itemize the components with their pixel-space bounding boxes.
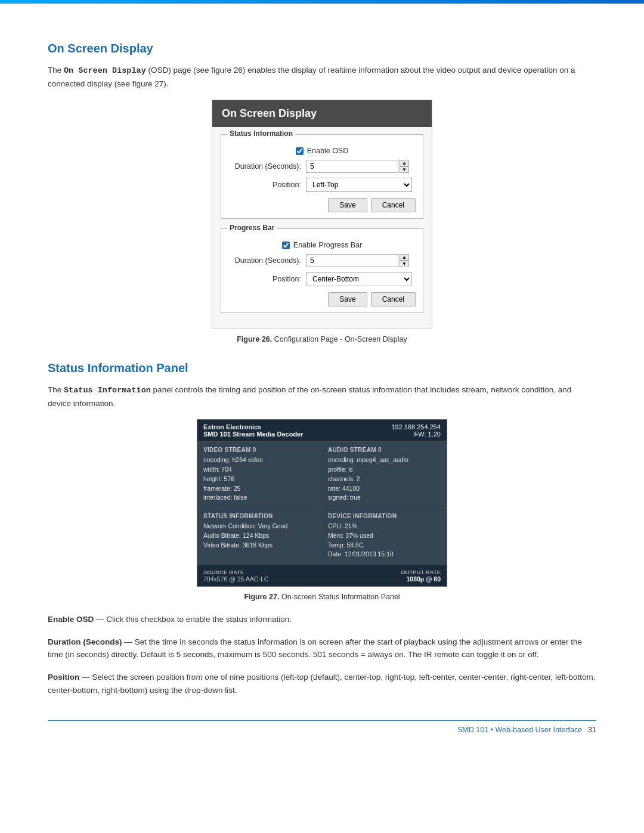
figure27-caption: Figure 27. On-screen Status Information …: [48, 593, 596, 601]
status-display-header: Extron Electronics SMD 101 Stream Media …: [197, 420, 447, 442]
duration-label: Duration (Seconds):: [228, 162, 306, 171]
enable-osd-text: Click this checkbox to enable the status…: [106, 615, 292, 624]
enable-osd-term: Enable OSD: [48, 615, 94, 624]
mono-status: Status Information: [64, 386, 151, 395]
progress-duration-spinner: ▲ ▼: [400, 254, 409, 267]
progress-duration-up-arrow[interactable]: ▲: [400, 254, 409, 261]
progress-position-select[interactable]: Left-Top Center-Top Right-Top Left-Cente…: [306, 272, 412, 286]
source-rate-block: SOURCE RATE 704x576 @ 25 AAC-LC: [203, 569, 268, 583]
output-rate-value: 1080p @ 60: [401, 575, 441, 583]
progress-position-row: Position: Left-Top Center-Top Right-Top …: [228, 272, 416, 286]
enable-osd-checkbox[interactable]: [296, 147, 304, 155]
position-row: Position: Left-Top Center-Top Right-Top …: [228, 178, 416, 192]
enable-osd-sep: —: [96, 615, 106, 624]
duration-term: Duration (Seconds): [48, 637, 122, 646]
status-grid: VIDEO STREAM 0 encoding: h264 video widt…: [197, 442, 447, 565]
duration-description: Duration (Seconds) — Set the time in sec…: [48, 636, 596, 661]
figure26-caption: Figure 26. Configuration Page - On-Scree…: [48, 335, 596, 343]
position-label: Position:: [228, 181, 306, 189]
output-rate-label: OUTPUT RATE: [401, 569, 441, 575]
enable-osd-description: Enable OSD — Click this checkbox to enab…: [48, 613, 596, 626]
position-description: Position — Select the screen position fr…: [48, 671, 596, 696]
progress-duration-input[interactable]: [306, 254, 398, 267]
section-title-osd: On Screen Display: [48, 42, 596, 55]
position-text: Select the screen position from one of n…: [48, 673, 595, 695]
progress-duration-down-arrow[interactable]: ▼: [400, 261, 409, 267]
duration-down-arrow[interactable]: ▼: [400, 166, 409, 173]
duration-row: Duration (Seconds): ▲ ▼: [228, 160, 416, 173]
audio-stream-data: encoding: mpeg4_aac_audio profile: lc ch…: [328, 456, 441, 503]
status-company-device: Extron Electronics SMD 101 Stream Media …: [203, 423, 304, 438]
enable-progress-checkbox[interactable]: [282, 241, 290, 249]
device-info-cell: DEVICE INFORMATION CPU: 21% Mem: 37% use…: [322, 508, 447, 565]
enable-osd-label: Enable OSD: [307, 147, 348, 155]
duration-up-arrow[interactable]: ▲: [400, 160, 409, 166]
footer-product: SMD 101 • Web-based User Interface: [457, 726, 582, 734]
video-stream-data: encoding: h264 video width: 704 height: …: [203, 456, 315, 503]
progress-buttons: Save Cancel: [228, 292, 416, 306]
position-term: Position: [48, 673, 79, 682]
position-sep: —: [82, 673, 92, 682]
duration-input[interactable]: [306, 160, 398, 173]
position-select[interactable]: Left-Top Center-Top Right-Top Left-Cente…: [306, 178, 412, 192]
progress-position-label: Position:: [228, 275, 306, 283]
video-stream-title: VIDEO STREAM 0: [203, 447, 315, 453]
enable-osd-para: Enable OSD — Click this checkbox to enab…: [48, 613, 596, 626]
progress-bar-section: Progress Bar Enable Progress Bar Duratio…: [221, 228, 423, 313]
source-rate-label: SOURCE RATE: [203, 569, 268, 575]
page-footer: SMD 101 • Web-based User Interface 31: [48, 720, 596, 734]
device-info-title: DEVICE INFORMATION: [328, 513, 441, 519]
progress-duration-label: Duration (Seconds):: [228, 256, 306, 265]
section-title-status: Status Information Panel: [48, 361, 596, 375]
status-buttons: Save Cancel: [228, 198, 416, 212]
status-info-data: Network Condition: Very Good Audio Bitra…: [203, 522, 315, 550]
output-rate-block: OUTPUT RATE 1080p @ 60: [401, 569, 441, 583]
intro-paragraph: The On Screen Display (OSD) page (see fi…: [48, 64, 596, 90]
footer-page-number: 31: [588, 726, 596, 734]
status-ip: 192.168.254.254: [391, 423, 441, 431]
audio-stream-title: AUDIO STREAM 0: [328, 447, 441, 453]
top-accent-bar: [0, 0, 644, 4]
status-cancel-button[interactable]: Cancel: [371, 198, 416, 212]
mono-osd: On Screen Display: [64, 66, 146, 75]
status-display-panel: Extron Electronics SMD 101 Stream Media …: [197, 419, 447, 587]
progress-cancel-button[interactable]: Cancel: [371, 292, 416, 306]
status-info-title: STATUS INFORMATION: [203, 513, 315, 519]
status-company: Extron Electronics: [203, 423, 304, 431]
status-ip-fw: 192.168.254.254 FW: 1.20: [391, 423, 441, 438]
status-save-button[interactable]: Save: [328, 198, 367, 212]
status-footer: SOURCE RATE 704x576 @ 25 AAC-LC OUTPUT R…: [197, 565, 447, 586]
duration-spinner: ▲ ▼: [400, 160, 409, 173]
video-stream-cell: VIDEO STREAM 0 encoding: h264 video widt…: [197, 442, 322, 508]
position-para: Position — Select the screen position fr…: [48, 671, 596, 696]
status-fw: FW: 1.20: [391, 431, 441, 438]
figure26-desc: Configuration Page - On-Screen Display: [274, 335, 407, 343]
progress-duration-row: Duration (Seconds): ▲ ▼: [228, 254, 416, 267]
duration-sep: —: [124, 637, 134, 646]
status-panel-intro: The Status Information panel controls th…: [48, 383, 596, 410]
osd-panel-header: On Screen Display: [212, 100, 432, 127]
status-information-section: Status Information Enable OSD Duration (…: [221, 134, 423, 219]
status-section-legend: Status Information: [227, 129, 295, 138]
status-info-cell: STATUS INFORMATION Network Condition: Ve…: [197, 508, 322, 565]
figure26-number: Figure 26.: [237, 335, 272, 343]
audio-stream-cell: AUDIO STREAM 0 encoding: mpeg4_aac_audio…: [322, 442, 447, 508]
progress-save-button[interactable]: Save: [328, 292, 367, 306]
duration-para: Duration (Seconds) — Set the time in sec…: [48, 636, 596, 661]
enable-progress-row: Enable Progress Bar: [228, 241, 416, 249]
device-info-data: CPU: 21% Mem: 37% used Temp: 58.5C Date:…: [328, 522, 441, 559]
enable-progress-label: Enable Progress Bar: [293, 241, 362, 249]
progress-section-legend: Progress Bar: [227, 224, 277, 232]
source-rate-value: 704x576 @ 25 AAC-LC: [203, 575, 268, 583]
enable-osd-row: Enable OSD: [228, 147, 416, 155]
figure27-desc: On-screen Status Information Panel: [281, 593, 400, 601]
osd-panel-mockup: On Screen Display Status Information Ena…: [212, 100, 432, 329]
figure27-number: Figure 27.: [244, 593, 279, 601]
status-device: SMD 101 Stream Media Decoder: [203, 431, 304, 438]
